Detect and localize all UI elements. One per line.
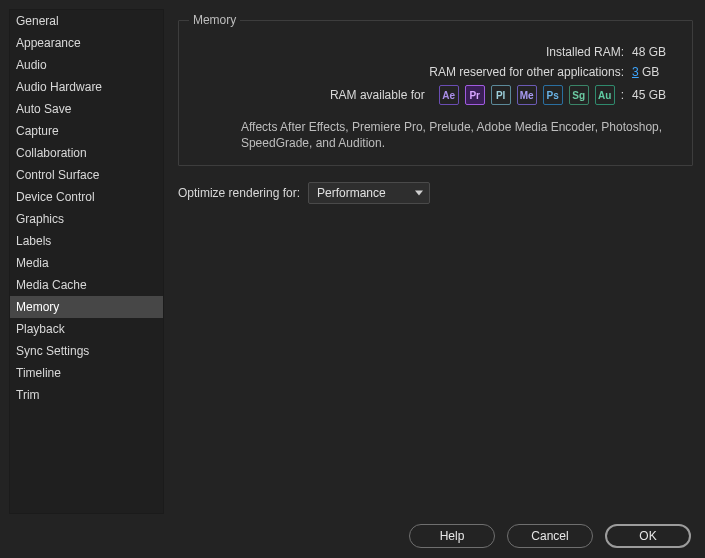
sidebar-item-labels[interactable]: Labels — [10, 230, 163, 252]
after-effects-icon: Ae — [439, 85, 459, 105]
speedgrade-icon: Sg — [569, 85, 589, 105]
optimize-dropdown[interactable]: Performance — [308, 182, 430, 204]
sidebar-item-media-cache[interactable]: Media Cache — [10, 274, 163, 296]
prelude-icon: Pl — [491, 85, 511, 105]
optimize-label: Optimize rendering for: — [178, 186, 300, 200]
reserved-ram-unit: GB — [639, 65, 660, 79]
preferences-sidebar: GeneralAppearanceAudioAudio HardwareAuto… — [9, 9, 164, 514]
help-button[interactable]: Help — [409, 524, 495, 548]
installed-ram-row: Installed RAM: 48 GB — [193, 45, 678, 59]
installed-ram-label: Installed RAM: — [546, 45, 624, 59]
sidebar-item-sync-settings[interactable]: Sync Settings — [10, 340, 163, 362]
optimize-selected: Performance — [317, 186, 386, 200]
app-icons: AePrPlMePsSgAu — [439, 85, 615, 105]
sidebar-item-capture[interactable]: Capture — [10, 120, 163, 142]
sidebar-item-audio[interactable]: Audio — [10, 54, 163, 76]
chevron-down-icon — [415, 191, 423, 196]
audition-icon: Au — [595, 85, 615, 105]
optimize-row: Optimize rendering for: Performance — [178, 182, 693, 204]
reserved-ram-label: RAM reserved for other applications: — [429, 65, 624, 79]
sidebar-item-device-control[interactable]: Device Control — [10, 186, 163, 208]
installed-ram-value: 48 GB — [632, 45, 678, 59]
sidebar-item-collaboration[interactable]: Collaboration — [10, 142, 163, 164]
sidebar-item-playback[interactable]: Playback — [10, 318, 163, 340]
available-ram-label: RAM available for — [330, 88, 425, 102]
sidebar-item-appearance[interactable]: Appearance — [10, 32, 163, 54]
sidebar-item-timeline[interactable]: Timeline — [10, 362, 163, 384]
premiere-pro-icon: Pr — [465, 85, 485, 105]
reserved-ram-input[interactable]: 3 — [632, 65, 639, 79]
sidebar-item-auto-save[interactable]: Auto Save — [10, 98, 163, 120]
photoshop-icon: Ps — [543, 85, 563, 105]
memory-panel: Memory Installed RAM: 48 GB RAM reserved… — [164, 0, 705, 514]
available-ram-row: RAM available for AePrPlMePsSgAu : 45 GB — [193, 85, 678, 105]
sidebar-item-general[interactable]: General — [10, 10, 163, 32]
sidebar-item-media[interactable]: Media — [10, 252, 163, 274]
memory-group: Memory Installed RAM: 48 GB RAM reserved… — [178, 20, 693, 166]
available-ram-value: 45 GB — [632, 88, 678, 102]
media-encoder-icon: Me — [517, 85, 537, 105]
sidebar-item-memory[interactable]: Memory — [10, 296, 163, 318]
reserved-ram-row: RAM reserved for other applications: 3 G… — [193, 65, 678, 79]
memory-group-title: Memory — [189, 13, 240, 27]
cancel-button[interactable]: Cancel — [507, 524, 593, 548]
dialog-footer: Help Cancel OK — [0, 514, 705, 558]
sidebar-item-audio-hardware[interactable]: Audio Hardware — [10, 76, 163, 98]
sidebar-item-graphics[interactable]: Graphics — [10, 208, 163, 230]
sidebar-item-trim[interactable]: Trim — [10, 384, 163, 406]
sidebar-item-control-surface[interactable]: Control Surface — [10, 164, 163, 186]
ok-button[interactable]: OK — [605, 524, 691, 548]
available-ram-colon: : — [621, 88, 624, 102]
affects-note: Affects After Effects, Premiere Pro, Pre… — [241, 119, 678, 151]
reserved-ram-value: 3 GB — [632, 65, 678, 79]
